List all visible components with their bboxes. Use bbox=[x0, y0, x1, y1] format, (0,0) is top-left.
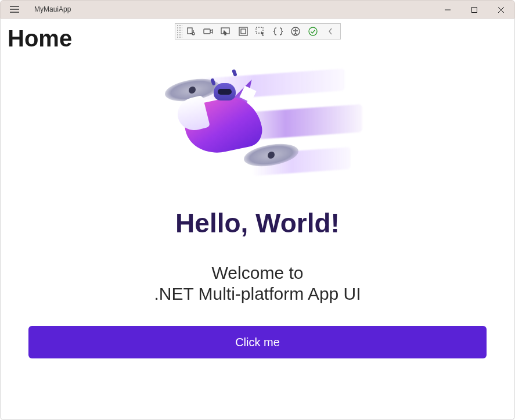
minimize-button[interactable] bbox=[434, 1, 461, 19]
svg-rect-3 bbox=[204, 29, 210, 34]
accessibility-icon[interactable] bbox=[287, 24, 304, 38]
camera-icon[interactable] bbox=[200, 24, 217, 38]
subheading-line1: Welcome to bbox=[212, 263, 304, 283]
window-title: MyMauiApp bbox=[28, 5, 71, 13]
menu-icon[interactable] bbox=[1, 0, 28, 19]
svg-rect-0 bbox=[472, 8, 477, 13]
close-button[interactable] bbox=[488, 1, 514, 19]
svg-point-2 bbox=[192, 33, 195, 35]
hero-image bbox=[12, 63, 503, 197]
status-ok-icon[interactable] bbox=[304, 24, 322, 38]
click-me-button[interactable]: Click me bbox=[28, 326, 487, 358]
svg-rect-6 bbox=[241, 29, 246, 34]
content-area: Hello, World! Welcome to .NET Multi-plat… bbox=[1, 52, 514, 358]
select-element-icon[interactable] bbox=[182, 24, 200, 38]
toolbar-grip-icon[interactable] bbox=[177, 24, 182, 38]
headline: Hello, World! bbox=[175, 207, 340, 239]
svg-point-9 bbox=[294, 28, 296, 30]
dotnet-bot-drone-illustration bbox=[153, 63, 362, 197]
svg-point-10 bbox=[309, 27, 317, 35]
braces-icon[interactable] bbox=[269, 24, 287, 38]
pointer-screen-icon[interactable] bbox=[217, 24, 235, 38]
layout-box-icon[interactable] bbox=[235, 24, 252, 38]
window-titlebar: MyMauiApp bbox=[0, 0, 515, 19]
subheading-line2: .NET Multi-platform App UI bbox=[154, 284, 361, 304]
chevron-left-icon[interactable] bbox=[322, 24, 339, 38]
debug-toolbar bbox=[175, 23, 341, 40]
svg-rect-5 bbox=[239, 27, 247, 35]
window-controls bbox=[434, 1, 514, 19]
svg-rect-1 bbox=[188, 28, 192, 34]
maximize-button[interactable] bbox=[461, 1, 488, 19]
select-rect-icon[interactable] bbox=[252, 24, 269, 38]
app-body: Home bbox=[0, 19, 515, 420]
